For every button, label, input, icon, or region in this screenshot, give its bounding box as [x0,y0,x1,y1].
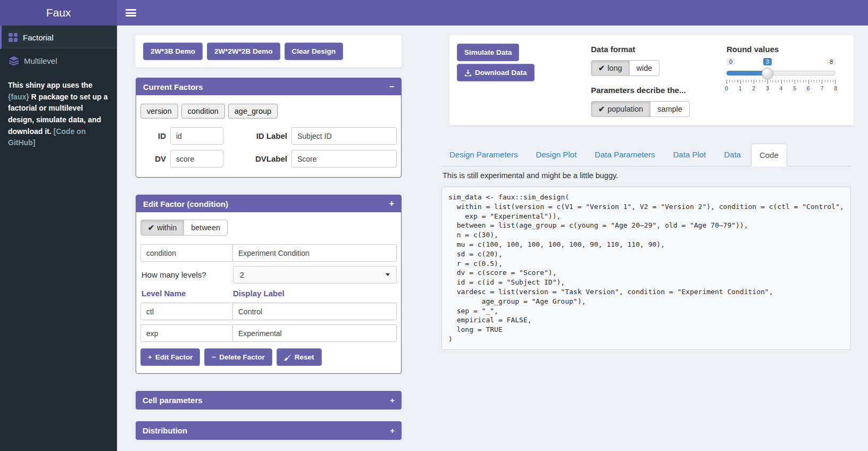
demo-buttons-card: 2W*3B Demo 2W*2W*2B Demo Clear Design [136,35,402,68]
long-option[interactable]: ✔ long [591,60,630,76]
tab-design-plot[interactable]: Design Plot [528,144,585,166]
download-data-label: Download Data [475,69,527,77]
id-label-input[interactable]: Subject ID [291,127,397,145]
tab-data[interactable]: Data [716,144,749,166]
delete-factor-button-label: Delete Factor [219,353,265,361]
population-option[interactable]: ✔ population [591,101,650,117]
collapse-minus-icon[interactable]: − [389,82,394,91]
round-values-slider[interactable]: 0 8 3 0 1 [727,58,836,91]
levels-count-row: How many levels? 2 [140,266,397,283]
factor-name-input[interactable]: condition [140,244,233,262]
between-label: between [191,223,220,232]
brush-icon [284,354,291,361]
within-label: within [157,223,177,232]
simulate-column: Simulate Data Download Data Data format … [441,35,851,350]
sidebar: Factorial Multilevel This shiny app uses… [0,26,117,451]
edit-factor-body: ✔ within between condition Experiment Co… [136,212,401,373]
distribution-panel[interactable]: Distribution + [136,421,402,440]
sidebar-item-factorial[interactable]: Factorial [0,26,117,49]
check-icon: ✔ [148,223,154,232]
level-column-headers: Level Name Display Label [140,289,397,298]
main-content: 2W*3B Demo 2W*2W*2B Demo Clear Design Cu… [117,26,868,451]
wide-option[interactable]: wide [629,60,660,76]
simulate-card: Simulate Data Download Data Data format … [449,35,854,126]
clear-design-button[interactable]: Clear Design [285,43,344,60]
format-parameters-group: Data format ✔ long wide Parameters decri… [591,44,727,117]
download-icon [464,69,472,77]
level-name-header: Level Name [140,289,233,298]
demo-2w2w2b-button[interactable]: 2W*2W*2B Demo [207,43,280,60]
long-label: long [607,64,622,72]
level-name-input[interactable]: exp [140,324,233,342]
app-title: Faux [0,0,117,26]
level-name-input[interactable]: ctl [140,303,233,320]
results-tabs: Design Parameters Design Plot Data Param… [441,144,851,166]
factor-tag-version[interactable]: version [140,104,178,119]
simulate-actions: Simulate Data Download Data [457,44,591,117]
delete-factor-button[interactable]: − Delete Factor [204,348,272,366]
check-icon: ✔ [598,105,605,113]
edit-factor-buttons: + Edit Factor − Delete Factor Reset [140,348,397,366]
edit-factor-header[interactable]: Edit Factor (condition) + [136,195,401,212]
hamburger-menu-icon[interactable] [126,9,136,16]
factor-tag-age-group[interactable]: age_group [228,104,278,119]
faux-package-link[interactable]: {faux} [8,93,29,101]
level-label-input[interactable]: Experimental [232,324,397,342]
current-factors-header[interactable]: Current Factors − [136,78,401,95]
experimental-note: This is still experimental and might be … [443,171,851,180]
sidebar-item-multilevel[interactable]: Multilevel [0,49,117,72]
tab-data-parameters[interactable]: Data Parameters [587,144,663,166]
levels-count-select[interactable]: 2 [233,266,397,283]
display-label-header: Display Label [233,289,285,298]
id-dv-fields: ID id ID Label Subject ID DV score DVLab… [140,127,397,170]
tab-code[interactable]: Code [751,144,787,166]
collapse-plus-icon[interactable]: + [390,426,395,435]
top-navbar: Faux [0,0,868,26]
id-input[interactable]: id [170,127,223,145]
sidebar-item-label: Multilevel [24,56,57,65]
reset-button-label: Reset [295,353,314,361]
id-label: ID [140,131,166,140]
current-factors-body: version condition age_group ID id ID Lab… [136,95,401,177]
slider-max-label: 8 [827,58,836,65]
cell-parameters-panel[interactable]: Cell parameters + [136,391,402,410]
sidebar-item-label: Factorial [23,33,54,42]
factor-tag-condition[interactable]: condition [181,104,225,119]
edit-factor-button-label: Edit Factor [155,353,193,361]
edit-factor-panel: Edit Factor (condition) + ✔ within betwe… [136,195,402,374]
layers-icon [9,56,19,65]
sample-option[interactable]: sample [650,101,690,117]
dv-label: DV [140,154,166,163]
grid-icon [9,33,18,42]
current-factors-panel: Current Factors − version condition age_… [136,78,402,178]
simulate-data-button[interactable]: Simulate Data [457,44,519,61]
level-row-2: exp Experimental [140,324,397,342]
minus-icon: − [212,353,216,361]
description-text: This shiny app uses the [8,81,93,89]
edit-factor-button[interactable]: + Edit Factor [140,348,200,366]
panel-title: Current Factors [143,82,203,91]
panel-title: Distribution [143,426,187,435]
reset-button[interactable]: Reset [277,348,322,366]
slider-handle[interactable] [762,68,773,79]
between-option[interactable]: between [183,220,228,236]
tab-design-parameters[interactable]: Design Parameters [441,144,525,166]
panel-title: Cell parameters [143,396,203,405]
download-data-button[interactable]: Download Data [457,64,535,81]
level-label-input[interactable]: Control [232,303,397,320]
data-format-label: Data format [591,45,727,54]
factor-display-input[interactable]: Experiment Condition [232,244,397,262]
dv-input[interactable]: score [170,150,223,168]
dv-label-input[interactable]: Score [291,150,397,168]
slider-value-label: 3 [763,58,772,65]
demo-2w3b-button[interactable]: 2W*3B Demo [143,43,203,60]
navbar [117,0,868,26]
wide-label: wide [637,64,653,72]
collapse-plus-icon[interactable]: + [389,199,394,208]
slider-min-label: 0 [727,58,735,65]
collapse-plus-icon[interactable]: + [390,396,395,405]
within-option[interactable]: ✔ within [140,220,184,236]
dropdown-caret-icon [386,273,390,276]
levels-question-label: How many levels? [140,270,233,279]
tab-data-plot[interactable]: Data Plot [665,144,714,166]
